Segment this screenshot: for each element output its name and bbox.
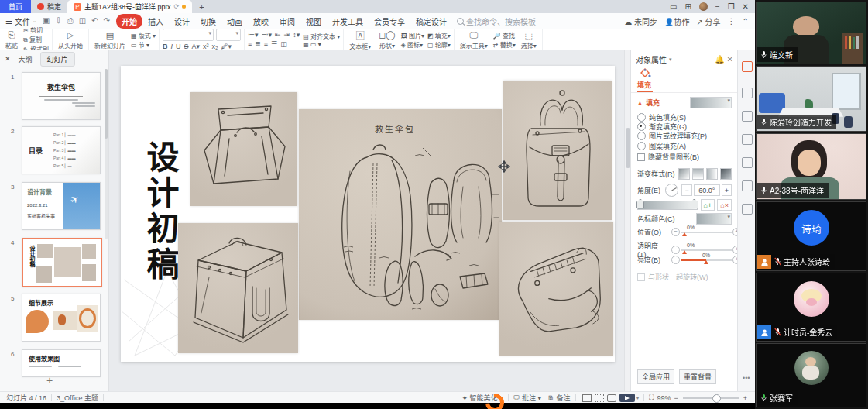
zoom-out-button[interactable]: − (674, 394, 678, 402)
more-strip-icon[interactable]: ••• (743, 374, 750, 382)
ribbon-tab-start[interactable]: 开始 (116, 14, 142, 29)
current-slide[interactable]: 设计初稿 (121, 66, 615, 362)
slide-thumbnail-6[interactable]: 使用效果图 (22, 349, 101, 377)
close-button[interactable]: ✕ (743, 0, 749, 13)
select-button[interactable]: ⬚ 选择▾ (519, 30, 539, 50)
more-options-icon[interactable]: ⋮ (728, 17, 736, 26)
slide-thumbnail-3[interactable]: 设计背景 2022.3.21 东航客机失事 ✈ (22, 182, 101, 230)
document-tab[interactable]: P 主题1A2组38号-茴洋洋.pptx ⟳ (67, 0, 192, 13)
comments-button[interactable]: 🗨 批注 ▾ (513, 393, 542, 403)
slide-thumbnail-1[interactable]: 救生伞包 (22, 72, 101, 120)
target-strip-icon[interactable] (742, 180, 753, 191)
option-hide-background[interactable]: 隐藏背景图形(B) (637, 152, 732, 162)
sorter-view-icon[interactable] (595, 394, 604, 402)
share-button[interactable]: ↗ 分享 (696, 15, 720, 27)
ribbon-tab-devtools[interactable]: 开发工具 (327, 14, 369, 29)
preview-icon[interactable]: ◫ (79, 16, 86, 26)
zoom-in-button[interactable]: + (743, 394, 747, 402)
command-search[interactable]: 查找命令、搜索模板 (457, 15, 536, 27)
angle-decrease[interactable]: − (681, 184, 691, 196)
option-pattern-fill[interactable]: 图案填充(A) (637, 141, 732, 151)
sketch-photo-bottomleft[interactable] (178, 223, 298, 353)
layout-switch-icon[interactable]: ▭ (670, 0, 677, 13)
ribbon-tab-review[interactable]: 审阅 (274, 14, 300, 29)
new-tab-button[interactable]: + (192, 0, 211, 13)
help-strip-icon[interactable] (742, 134, 753, 145)
position-slider[interactable]: − 0% + (681, 232, 732, 233)
reset-background-button[interactable]: 重置背景 (679, 369, 716, 384)
account-avatar[interactable] (699, 2, 708, 11)
fill-tab[interactable]: 填充 (637, 80, 653, 93)
clock-strip-icon[interactable] (742, 204, 753, 215)
shapes-button[interactable]: ◻◯ 形状▾ (376, 30, 397, 50)
outline-tab[interactable]: 大纲 (19, 54, 33, 64)
resource-strip-icon[interactable] (742, 157, 753, 168)
collapse-ribbon-icon[interactable]: ⌃ (743, 17, 749, 26)
sketch-photo-center[interactable]: 救生伞包 (299, 109, 502, 320)
copy-button[interactable]: ⧉ 复制 (23, 35, 49, 44)
play-from-start-button[interactable]: ▷ 从头开始 (56, 30, 85, 50)
zoom-percent[interactable]: 99% (657, 394, 671, 402)
justify-icon[interactable]: ☰ (271, 40, 277, 48)
play-options-caret[interactable]: ▾ (636, 395, 640, 401)
participant-video-2[interactable]: 陈爱玲创造力开发 (756, 66, 866, 132)
participant-video-4[interactable]: 诗琦 主持人张诗琦 (756, 201, 866, 271)
bold-button[interactable]: B (163, 43, 168, 50)
layout-button[interactable]: ▦ 版式 ▾ (131, 31, 156, 40)
apps-grid-icon[interactable]: ⊞ (684, 0, 691, 13)
new-slide-button[interactable]: ▤ 新建幻灯片 (92, 30, 128, 50)
gradient-style-2[interactable] (692, 168, 704, 180)
ribbon-tab-member[interactable]: 会员专享 (369, 14, 410, 29)
outdent-icon[interactable]: ⇤ (275, 31, 281, 39)
indent-icon[interactable]: ⇥ (284, 31, 290, 39)
strikethrough-button[interactable]: S (184, 43, 188, 50)
fill-section-header[interactable]: ▲ 填充 (637, 97, 732, 108)
effects-strip-icon[interactable] (742, 88, 753, 98)
restore-button[interactable]: ❐ (728, 0, 735, 13)
participant-video-3[interactable]: A2-38号-茴洋洋 (756, 133, 866, 200)
italic-button[interactable]: I (170, 43, 173, 50)
participant-video-5[interactable]: 计时员-金秀云 (756, 273, 866, 342)
font-size-select[interactable] (216, 29, 241, 41)
slide-thumbnail-2[interactable]: 目录 Part 1 ▏▬▬ Part 2 ▏▬▬ Part 3 ▏▬▬ Part… (22, 126, 101, 174)
ribbon-tab-animation[interactable]: 动画 (221, 14, 248, 29)
subscript-button[interactable]: x₂ (212, 43, 218, 50)
add-slide-button[interactable]: + (46, 374, 53, 387)
minimize-button[interactable]: − (715, 0, 720, 13)
icon-library-button[interactable]: ◈ 图标▾ (401, 40, 424, 49)
ribbon-tab-gaoding[interactable]: 稿定设计 (410, 14, 452, 29)
cut-button[interactable]: ✂ 剪切 (23, 26, 49, 34)
ribbon-tab-slideshow[interactable]: 放映 (248, 14, 274, 29)
angle-value[interactable]: 60.0° (694, 184, 720, 196)
slideshow-play-button[interactable] (619, 394, 635, 402)
superscript-button[interactable]: x² (203, 43, 209, 50)
font-family-select[interactable] (163, 29, 214, 41)
slide-thumbnail-4-selected[interactable]: 设计初稿 (22, 238, 102, 287)
participant-video-1[interactable]: 端文新 (756, 2, 866, 64)
theme-name[interactable]: 3_Office 主题 (57, 393, 98, 403)
angle-increase[interactable]: + (722, 184, 732, 196)
textbox-button[interactable]: 🄰 文本框▾ (347, 29, 373, 50)
gaoding-tab[interactable]: 稿定 (31, 0, 67, 13)
print-icon[interactable]: ⎙ (67, 16, 74, 26)
outline-button[interactable]: ▢ 轮廓▾ (427, 40, 451, 49)
gradient-stop-right[interactable] (691, 199, 698, 208)
save-icon[interactable]: ▣ (43, 16, 50, 26)
underline-button[interactable]: U (176, 43, 181, 50)
home-tab[interactable]: 首页 (0, 0, 31, 13)
paste-button[interactable]: ⎘ 粘贴 (3, 30, 20, 50)
gradient-stop-bar[interactable] (637, 201, 698, 210)
thumbnails-scrollbar[interactable] (105, 69, 108, 239)
fill-preview-swatch[interactable] (690, 97, 732, 108)
picture-button[interactable]: 🖼 图片▾ (401, 31, 424, 40)
apply-all-button[interactable]: 全局应用 (637, 369, 674, 384)
output-icon[interactable]: ⇩ (55, 16, 61, 26)
ribbon-tab-insert[interactable]: 插入 (142, 14, 169, 29)
smart-typeset-button[interactable]: ▦ ▭ ▾ (303, 41, 340, 48)
zoom-slider-thumb[interactable] (712, 394, 721, 403)
columns-icon[interactable]: ◫ (280, 40, 287, 48)
chevron-down-icon[interactable]: ▾ (669, 57, 672, 63)
font-color-button[interactable]: A▾ (192, 43, 201, 50)
highlight-button[interactable]: 🖉▾ (221, 43, 232, 50)
slides-strip-icon[interactable] (742, 111, 753, 122)
